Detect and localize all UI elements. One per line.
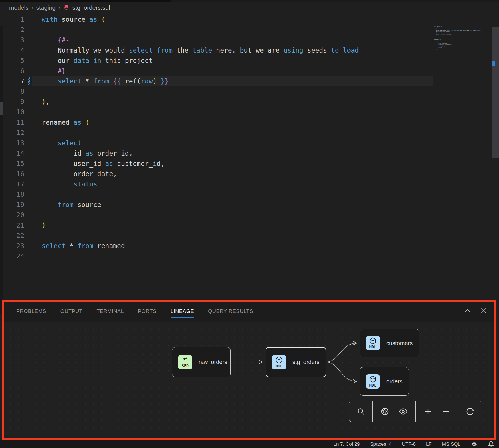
panel-tab-lineage[interactable]: LINEAGE xyxy=(171,307,194,317)
code-line[interactable]: 18 xyxy=(0,189,433,200)
breadcrumb-item-staging[interactable]: staging xyxy=(36,4,56,11)
code-line[interactable]: 9), xyxy=(0,97,433,107)
code-line[interactable]: 21) xyxy=(0,220,433,230)
cube-icon: MDL xyxy=(366,336,380,350)
lineage-canvas[interactable]: SEDraw_ordersMDLstg_ordersMDLcustomersMD… xyxy=(4,322,491,435)
eol-sequence[interactable]: LF xyxy=(426,441,432,447)
encoding[interactable]: UTF-8 xyxy=(402,441,416,447)
seed-icon: SED xyxy=(178,355,192,369)
indent-guide xyxy=(42,66,42,76)
indent-guide xyxy=(42,200,42,210)
code-line[interactable]: 12 xyxy=(0,128,433,138)
code-line[interactable]: 20 xyxy=(0,210,433,220)
indent-guide xyxy=(58,158,58,169)
lineage-toolbar xyxy=(349,401,481,422)
cube-icon: MDL xyxy=(272,355,286,369)
copilot-icon[interactable] xyxy=(471,441,478,448)
code-line[interactable]: 15 user_id as customer_id, xyxy=(0,158,433,169)
breadcrumb-item-models[interactable]: models xyxy=(9,4,29,11)
search-icon[interactable] xyxy=(355,405,367,418)
line-number: 24 xyxy=(0,251,24,261)
code-line[interactable]: 13 select xyxy=(0,138,433,148)
eye-icon[interactable] xyxy=(397,405,409,418)
annotation-highlight-rectangle: PROBLEMSOUTPUTTERMINALPORTSLINEAGEQUERY … xyxy=(2,300,496,440)
panel-tab-output[interactable]: OUTPUT xyxy=(60,307,83,317)
aperture-icon[interactable] xyxy=(379,405,391,418)
status-bar: Ln 7, Col 29 Spaces: 4 UTF-8 LF MS SQL xyxy=(0,440,499,448)
line-number: 2 xyxy=(0,25,24,35)
line-number: 13 xyxy=(0,138,24,148)
line-number: 5 xyxy=(0,55,24,66)
panel-tab-ports[interactable]: PORTS xyxy=(138,307,157,317)
indent-guide xyxy=(42,138,42,148)
code-line[interactable]: 17 status xyxy=(0,179,433,189)
overview-ruler-modified-marker xyxy=(492,61,495,66)
indent-guide xyxy=(42,76,42,86)
code-line[interactable]: 10 xyxy=(0,107,433,117)
line-number: 11 xyxy=(0,117,24,128)
line-number: 6 xyxy=(0,66,24,76)
line-number: 21 xyxy=(0,220,24,230)
language-mode[interactable]: MS SQL xyxy=(442,441,460,447)
line-number: 14 xyxy=(0,148,24,158)
lineage-node-stg_orders[interactable]: MDLstg_orders xyxy=(266,347,326,377)
line-number: 1 xyxy=(0,14,24,25)
tab-bar-rest xyxy=(171,0,499,2)
node-label: customers xyxy=(386,340,413,347)
code-line[interactable]: 23select * from renamed xyxy=(0,241,433,251)
code-line[interactable]: 11renamed as ( xyxy=(0,117,433,128)
code-lines[interactable]: 1with source as (23 {#-4 Normally we wou… xyxy=(0,14,433,261)
line-number: 18 xyxy=(0,189,24,200)
node-label: raw_orders xyxy=(199,359,227,365)
line-number: 3 xyxy=(0,35,24,45)
close-icon[interactable] xyxy=(479,306,488,315)
code-line[interactable]: 4 Normally we would select from the tabl… xyxy=(0,45,433,55)
minimap[interactable]: with source as ( {#- Normally we would s… xyxy=(434,26,489,63)
lineage-node-raw_orders[interactable]: SEDraw_orders xyxy=(172,347,231,377)
notifications-icon[interactable] xyxy=(488,441,494,447)
lineage-node-customers[interactable]: MDLcustomers xyxy=(360,329,419,357)
zoom-out-icon[interactable] xyxy=(440,405,453,418)
line-number: 22 xyxy=(0,230,24,241)
code-line[interactable]: 8 xyxy=(0,86,433,97)
breadcrumb-file[interactable]: stg_orders.sql xyxy=(72,4,110,11)
cursor-position[interactable]: Ln 7, Col 29 xyxy=(333,441,360,447)
indent-guide xyxy=(58,148,58,158)
code-line[interactable]: 14 id as order_id, xyxy=(0,148,433,158)
breadcrumb-separator: › xyxy=(58,5,60,11)
chevron-up-icon[interactable] xyxy=(463,306,472,315)
scrollbar-thumb[interactable] xyxy=(492,27,499,158)
refresh-icon[interactable] xyxy=(464,405,476,418)
code-line[interactable]: 7 select * from {{ ref(raw) }} xyxy=(0,76,433,86)
panel-tab-terminal[interactable]: TERMINAL xyxy=(96,307,124,317)
modified-line-gutter-marker xyxy=(28,77,30,86)
line-number: 23 xyxy=(0,241,24,251)
code-line[interactable]: 3 {#- xyxy=(0,35,433,45)
editor-scrollbar[interactable] xyxy=(492,13,499,300)
code-line[interactable]: 16 order_date, xyxy=(0,169,433,179)
code-line[interactable]: 6 #} xyxy=(0,66,433,76)
indent-guide xyxy=(42,158,42,169)
indentation[interactable]: Spaces: 4 xyxy=(370,441,392,447)
active-editor-tab-sliver xyxy=(0,0,171,2)
line-number: 4 xyxy=(0,45,24,55)
indent-guide xyxy=(42,169,42,179)
code-line[interactable]: 24 xyxy=(0,251,433,261)
lineage-node-orders[interactable]: MDLorders xyxy=(360,367,409,396)
code-editor[interactable]: 1with source as (23 {#-4 Normally we wou… xyxy=(0,13,499,300)
code-line[interactable]: 19 from source xyxy=(0,200,433,210)
code-line[interactable]: 2 xyxy=(0,25,433,35)
editor-tab-bar-sliver xyxy=(0,0,499,2)
panel-tab-query-results[interactable]: QUERY RESULTS xyxy=(208,307,253,317)
zoom-in-icon[interactable] xyxy=(422,405,434,418)
indent-guide xyxy=(42,25,42,35)
database-icon xyxy=(63,5,70,11)
code-line[interactable]: 22 xyxy=(0,230,433,241)
indent-guide xyxy=(42,189,42,200)
line-number: 20 xyxy=(0,210,24,220)
node-label: stg_orders xyxy=(292,359,320,365)
panel-tab-problems[interactable]: PROBLEMS xyxy=(16,307,46,317)
line-number: 16 xyxy=(0,169,24,179)
code-line[interactable]: 1with source as ( xyxy=(0,14,433,25)
code-line[interactable]: 5 our data in this project xyxy=(0,55,433,66)
